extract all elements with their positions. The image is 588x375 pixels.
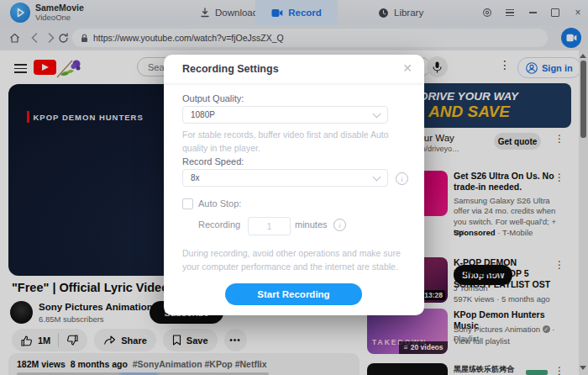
recording-note: During recording, avoid other operations… xyxy=(182,246,407,274)
recording-minutes-label: Recording xyxy=(198,219,240,230)
dialog-header: Recording Settings ✕ xyxy=(164,55,424,84)
auto-stop-label: Auto Stop: xyxy=(198,198,241,209)
output-quality-select[interactable]: 1080P xyxy=(182,106,388,124)
record-speed-label: Record Speed: xyxy=(182,156,244,166)
output-quality-value: 1080P xyxy=(191,110,215,119)
auto-stop-checkbox[interactable] xyxy=(182,198,193,209)
output-quality-label: Output Quality: xyxy=(182,93,244,103)
start-recording-label: Start Recording xyxy=(257,289,329,299)
record-speed-select[interactable]: 8x xyxy=(182,169,388,187)
minutes-input[interactable] xyxy=(248,217,291,235)
output-quality-hint: For stable records, buffer video first a… xyxy=(182,128,407,156)
minutes-unit-label: minutes xyxy=(295,219,328,230)
dialog-title: Recording Settings xyxy=(182,63,279,75)
minutes-info-icon[interactable]: i xyxy=(333,219,346,231)
record-speed-value: 8x xyxy=(191,173,200,182)
dialog-close-icon[interactable]: ✕ xyxy=(402,61,412,75)
app-window: SameMovie VideoOne Download Record Libra… xyxy=(0,0,588,375)
recording-settings-dialog: Recording Settings ✕ Output Quality: 108… xyxy=(164,55,424,315)
chevron-down-icon xyxy=(373,172,381,181)
chevron-down-icon xyxy=(373,109,381,118)
record-speed-info-icon[interactable]: i xyxy=(396,172,408,185)
start-recording-button[interactable]: Start Recording xyxy=(225,283,362,305)
